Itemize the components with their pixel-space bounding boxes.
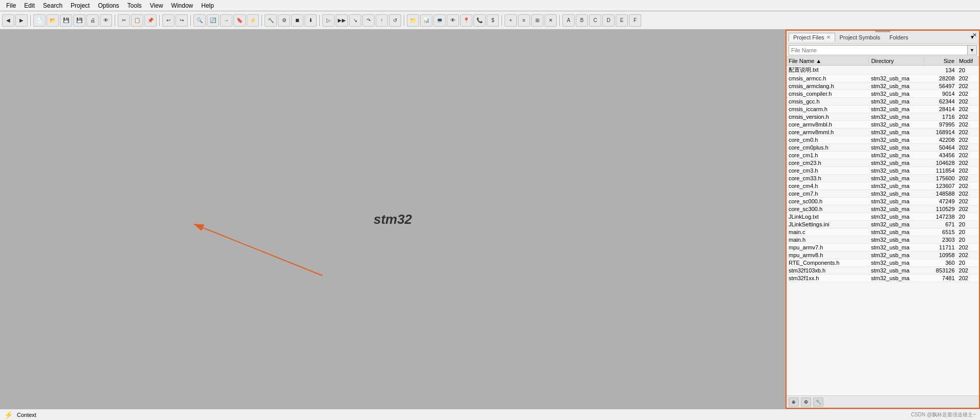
table-row[interactable]: cmsis_gcc.h stm32_usb_ma 62344 202 bbox=[787, 98, 979, 106]
tab-project-files[interactable]: Project Files ✕ bbox=[789, 33, 835, 41]
toolbar-memory[interactable]: 💻 bbox=[433, 14, 446, 27]
menu-options[interactable]: Options bbox=[94, 1, 123, 10]
cell-directory: stm32_usb_ma bbox=[869, 136, 924, 144]
toolbar-save[interactable]: 💾 bbox=[60, 14, 72, 27]
col-header-filename[interactable]: File Name ▲ bbox=[787, 57, 869, 66]
col-header-modif[interactable]: Modif bbox=[957, 57, 979, 66]
menu-view[interactable]: View bbox=[146, 1, 167, 10]
table-row[interactable]: core_cm0plus.h stm32_usb_ma 50464 202 bbox=[787, 144, 979, 152]
toolbar-stop[interactable]: ⏹ bbox=[291, 14, 303, 27]
toolbar-preview[interactable]: 👁 bbox=[100, 14, 112, 27]
toolbar-copy[interactable]: 📋 bbox=[131, 14, 143, 27]
tab-project-files-close[interactable]: ✕ bbox=[826, 35, 831, 40]
menu-window[interactable]: Window bbox=[167, 1, 198, 10]
toolbar-replace[interactable]: 🔄 bbox=[207, 14, 219, 27]
table-row[interactable]: core_cm3.h stm32_usb_ma 111854 202 bbox=[787, 167, 979, 175]
table-row[interactable]: JLinkSettings.ini stm32_usb_ma 671 20 bbox=[787, 221, 979, 228]
tab-project-symbols[interactable]: Project Symbols bbox=[835, 33, 885, 41]
toolbar-new[interactable]: 📄 bbox=[33, 14, 46, 27]
toolbar-font6[interactable]: F bbox=[629, 14, 641, 27]
toolbar-extra1[interactable]: + bbox=[505, 14, 517, 27]
panel-btn-settings[interactable]: 🔧 bbox=[813, 397, 823, 407]
table-row[interactable]: 配置说明.txt 134 20 bbox=[787, 66, 979, 75]
table-row[interactable]: cmsis_compiler.h stm32_usb_ma 9014 202 bbox=[787, 90, 979, 98]
toolbar-step-out[interactable]: ↑ bbox=[376, 14, 388, 27]
table-row[interactable]: core_sc300.h stm32_usb_ma 110529 202 bbox=[787, 205, 979, 213]
toolbar-bookmark[interactable]: 🔖 bbox=[233, 14, 246, 27]
toolbar-font3[interactable]: C bbox=[589, 14, 601, 27]
toolbar-font1[interactable]: A bbox=[562, 14, 575, 27]
toolbar-register[interactable]: 📊 bbox=[420, 14, 432, 27]
table-row[interactable]: main.h stm32_usb_ma 2303 20 bbox=[787, 236, 979, 244]
toolbar-step-over[interactable]: ↷ bbox=[362, 14, 375, 27]
file-table-container[interactable]: File Name ▲ Directory Size Modif 配置说明.tx… bbox=[787, 57, 979, 395]
toolbar-local[interactable]: 📍 bbox=[460, 14, 472, 27]
toolbar-build[interactable]: 🔨 bbox=[265, 14, 277, 27]
menu-edit[interactable]: Edit bbox=[20, 1, 39, 10]
toolbar-undo[interactable]: ↩ bbox=[162, 14, 175, 27]
cell-filename: mpu_armv8.h bbox=[787, 251, 869, 259]
table-row[interactable]: core_cm0.h stm32_usb_ma 42208 202 bbox=[787, 136, 979, 144]
toolbar-rebuild[interactable]: ⚙ bbox=[278, 14, 290, 27]
toolbar-extra2[interactable]: ≡ bbox=[518, 14, 530, 27]
toolbar-save2[interactable]: 💾 bbox=[73, 14, 85, 27]
toolbar-open[interactable]: 📂 bbox=[47, 14, 59, 27]
table-row[interactable]: core_cm1.h stm32_usb_ma 43456 202 bbox=[787, 152, 979, 159]
toolbar-paste[interactable]: 📌 bbox=[144, 14, 157, 27]
toolbar-back[interactable]: ◀ bbox=[2, 14, 14, 27]
table-row[interactable]: core_sc000.h stm32_usb_ma 47249 202 bbox=[787, 198, 979, 205]
toolbar-run[interactable]: ▶▶ bbox=[336, 14, 348, 27]
toolbar-debug[interactable]: ▷ bbox=[322, 14, 335, 27]
toolbar-cmd[interactable]: $ bbox=[487, 14, 499, 27]
panel-btn-debug[interactable]: ⚙ bbox=[801, 397, 811, 407]
menu-search[interactable]: Search bbox=[39, 1, 67, 10]
toolbar-font2[interactable]: B bbox=[576, 14, 588, 27]
toolbar-extra3[interactable]: ⊞ bbox=[531, 14, 543, 27]
toolbar-step-in[interactable]: ↘ bbox=[349, 14, 361, 27]
toolbar-reset[interactable]: ↺ bbox=[389, 14, 401, 27]
table-row[interactable]: main.c stm32_usb_ma 6515 20 bbox=[787, 228, 979, 236]
toolbar-symbol[interactable]: ⚡ bbox=[247, 14, 259, 27]
table-row[interactable]: cmsis_version.h stm32_usb_ma 1716 202 bbox=[787, 113, 979, 121]
toolbar-find[interactable]: 🔍 bbox=[193, 14, 206, 27]
table-row[interactable]: stm32f1xx.h stm32_usb_ma 7481 202 bbox=[787, 275, 979, 282]
toolbar-goto[interactable]: → bbox=[220, 14, 232, 27]
file-filter-dropdown[interactable]: ▼ bbox=[968, 45, 977, 55]
table-row[interactable]: JLinkLog.txt stm32_usb_ma 147238 20 bbox=[787, 213, 979, 221]
table-row[interactable]: stm32f103xb.h stm32_usb_ma 853126 202 bbox=[787, 267, 979, 275]
table-row[interactable]: cmsis_armcc.h stm32_usb_ma 28208 202 bbox=[787, 75, 979, 82]
file-name-filter[interactable] bbox=[789, 45, 968, 55]
toolbar-load[interactable]: ⬇ bbox=[304, 14, 317, 27]
col-header-size[interactable]: Size bbox=[924, 57, 956, 66]
toolbar-font4[interactable]: D bbox=[602, 14, 615, 27]
table-row[interactable]: core_armv8mml.h stm32_usb_ma 168914 202 bbox=[787, 129, 979, 136]
toolbar-watch[interactable]: 👁 bbox=[447, 14, 459, 27]
table-row[interactable]: mpu_armv7.h stm32_usb_ma 11711 202 bbox=[787, 244, 979, 251]
toolbar-project[interactable]: 📁 bbox=[407, 14, 419, 27]
col-header-directory[interactable]: Directory bbox=[869, 57, 924, 66]
toolbar-forward[interactable]: ▶ bbox=[15, 14, 28, 27]
table-row[interactable]: core_armv8mbl.h stm32_usb_ma 97995 202 bbox=[787, 121, 979, 129]
toolbar-extra4[interactable]: ✕ bbox=[545, 14, 557, 27]
cell-size: 360 bbox=[924, 259, 956, 267]
toolbar-redo[interactable]: ↪ bbox=[176, 14, 188, 27]
menu-file[interactable]: File bbox=[2, 1, 20, 10]
menu-help[interactable]: Help bbox=[197, 1, 218, 10]
table-row[interactable]: cmsis_armclang.h stm32_usb_ma 56497 202 bbox=[787, 82, 979, 90]
table-row[interactable]: core_cm33.h stm32_usb_ma 175600 202 bbox=[787, 175, 979, 182]
toolbar-font5[interactable]: E bbox=[616, 14, 628, 27]
tab-folders[interactable]: Folders bbox=[885, 33, 913, 41]
table-row[interactable]: mpu_armv8.h stm32_usb_ma 10958 202 bbox=[787, 251, 979, 259]
table-row[interactable]: core_cm4.h stm32_usb_ma 123607 202 bbox=[787, 182, 979, 190]
toolbar-print[interactable]: 🖨 bbox=[86, 14, 99, 27]
panel-close-btn[interactable]: ✕ bbox=[972, 32, 977, 38]
table-row[interactable]: core_cm23.h stm32_usb_ma 104628 202 bbox=[787, 159, 979, 167]
table-row[interactable]: cmsis_iccarm.h stm32_usb_ma 28414 202 bbox=[787, 106, 979, 113]
menu-project[interactable]: Project bbox=[67, 1, 94, 10]
table-row[interactable]: core_cm7.h stm32_usb_ma 148588 202 bbox=[787, 190, 979, 198]
menu-tools[interactable]: Tools bbox=[123, 1, 146, 10]
panel-btn-add[interactable]: ⊕ bbox=[789, 397, 799, 407]
table-row[interactable]: RTE_Components.h stm32_usb_ma 360 20 bbox=[787, 259, 979, 267]
toolbar-cut[interactable]: ✂ bbox=[118, 14, 130, 27]
toolbar-call[interactable]: 📞 bbox=[473, 14, 486, 27]
